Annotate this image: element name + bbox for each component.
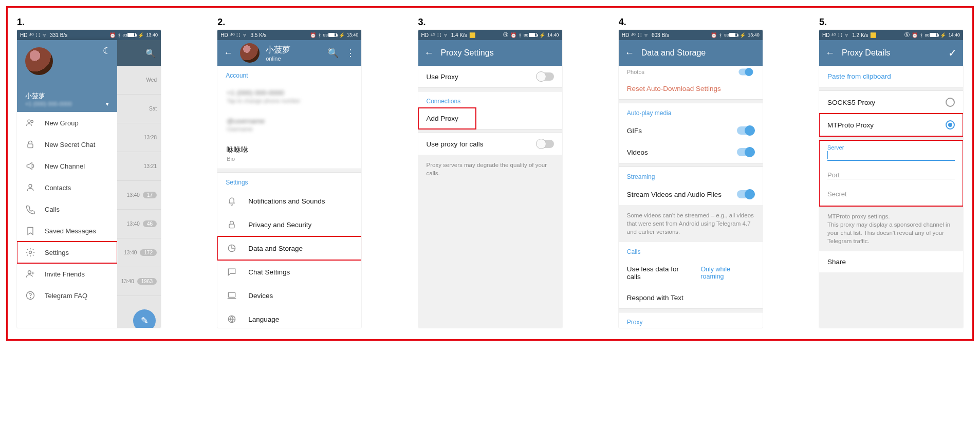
sidebar-item-contacts[interactable]: Contacts [17, 177, 117, 198]
status-bar: HD ⁴ᴳ ᎒᎒ ᯤ 3.5 K/s ⏰ ᚼ 83 ⚡ 13:40 [217, 30, 361, 40]
server-field[interactable]: Server [819, 141, 963, 166]
sidebar-item-new-channel[interactable]: New Channel [17, 155, 117, 177]
share-row[interactable]: Share [819, 251, 963, 272]
confirm-check-icon[interactable]: ✓ [948, 47, 957, 59]
gear-icon [25, 247, 35, 257]
chat-time: 13:40 [124, 250, 137, 255]
compose-fab[interactable]: ✎ [133, 309, 156, 328]
toggle-on[interactable] [738, 69, 752, 76]
stream-row[interactable]: Stream Videos and Audio Files [619, 183, 763, 205]
option-label: MTProto Proxy [827, 121, 874, 129]
bookmark-icon [25, 226, 35, 236]
radio-off[interactable] [946, 98, 955, 107]
less-data-row[interactable]: Use less data for calls Only while roami… [619, 258, 763, 287]
battery-icon: 83 [724, 33, 737, 38]
avatar[interactable] [25, 47, 53, 75]
sidebar-item-new-secret[interactable]: New Secret Chat [17, 134, 117, 155]
sidebar-item-label: New Secret Chat [45, 141, 95, 149]
svg-rect-2 [28, 144, 33, 148]
alarm-icon: ⏰ [109, 32, 116, 38]
tutorial-border: 1. HD ⁴ᴳ ᎒᎒ ᯤ 331 B/s ⏰ ᚼ 83 ⚡ 13:40 [6, 6, 974, 341]
add-proxy-row[interactable]: Add Proxy [418, 108, 476, 129]
sidebar-item-label: Saved Messages [45, 227, 96, 235]
chat-time: 13:40 [121, 279, 134, 284]
battery-icon: 83 [323, 33, 337, 38]
divider [619, 308, 763, 312]
back-icon[interactable]: ← [424, 48, 434, 59]
bluetooth-icon: ᚼ [719, 32, 722, 38]
toggle-on[interactable] [737, 126, 754, 135]
settings-language[interactable]: Language [217, 307, 361, 328]
sidebar-item-saved[interactable]: Saved Messages [17, 220, 117, 242]
settings-notifications[interactable]: Notifications and Sounds [217, 189, 361, 213]
sidebar-item-label: Telegram FAQ [45, 292, 87, 300]
group-icon [25, 118, 35, 128]
settings-privacy[interactable]: Privacy and Security [217, 213, 361, 236]
alarm-icon: ⏰ [912, 32, 918, 38]
mtproto-option[interactable]: MTProto Proxy [819, 114, 963, 136]
person-icon [25, 182, 35, 193]
proxy-calls-row[interactable]: Use proxy for calls [418, 133, 562, 155]
use-proxy-row[interactable]: Use Proxy [418, 66, 562, 87]
app-icon: 🟨 [469, 32, 475, 38]
bell-icon [227, 196, 237, 206]
reset-auto-download[interactable]: Reset Auto-Download Settings [619, 78, 763, 99]
clock: 13:40 [748, 32, 760, 38]
settings-item-label: Privacy and Security [248, 221, 311, 229]
sidebar-item-invite[interactable]: Invite Friends [17, 263, 117, 285]
avatar[interactable] [240, 43, 260, 63]
search-icon[interactable]: 🔍 [327, 47, 339, 59]
toggle-on[interactable] [737, 190, 754, 198]
port-field[interactable]: Port [819, 166, 963, 184]
settings-appbar: ← 小菠萝 online 🔍 ⋮ [217, 40, 361, 66]
gifs-row[interactable]: GIFs [619, 120, 763, 141]
wifi-icon: ᯤ [644, 32, 650, 38]
secret-field[interactable]: Secret [819, 184, 963, 203]
settings-data-storage[interactable]: Data and Storage [217, 236, 361, 260]
photos-row[interactable]: Photos [619, 66, 763, 78]
account-username[interactable]: @usernameUsername [217, 110, 361, 139]
bluetooth-icon: ᚼ [118, 32, 121, 38]
phone-3: HD ⁴ᴳ ᎒᎒ ᯤ 1.4 K/s 🟨 Ⓝ ⏰ ᚼ 80 ⚡ 14:40 ← … [418, 30, 562, 328]
signal-icon: ⁴ᴳ ᎒᎒ [230, 32, 242, 38]
respond-text-row[interactable]: Respond with Text [619, 287, 763, 308]
account-phone[interactable]: +1 (000) 000-0000Tap to change phone num… [217, 82, 361, 110]
toggle-off[interactable] [537, 140, 554, 148]
back-icon[interactable]: ← [625, 48, 634, 59]
back-icon[interactable]: ← [825, 48, 835, 59]
videos-row[interactable]: Videos [619, 141, 763, 163]
toggle-off[interactable] [537, 72, 554, 81]
settings-devices[interactable]: Devices [217, 284, 361, 307]
clock: 14:40 [948, 32, 960, 38]
search-icon[interactable]: 🔍 [145, 48, 156, 58]
back-icon[interactable]: ← [224, 48, 233, 59]
drawer-header: ☾ 小菠萝 +1 (000) 000-0000 ▼ [17, 40, 117, 112]
step-2: 2. HD ⁴ᴳ ᎒᎒ ᯤ 3.5 K/s ⏰ ᚼ 83 ⚡ 13:40 ← [217, 17, 361, 328]
menu-dots-icon[interactable]: ⋮ [346, 47, 355, 59]
sidebar-item-settings[interactable]: Settings [17, 242, 117, 263]
phone-2: HD ⁴ᴳ ᎒᎒ ᯤ 3.5 K/s ⏰ ᚼ 83 ⚡ 13:40 ← [217, 30, 361, 328]
page-title: Data and Storage [641, 48, 706, 58]
calls-header: Calls [619, 242, 763, 258]
svg-rect-10 [229, 292, 235, 297]
netspeed: 1.2 K/s [852, 32, 868, 38]
radio-on[interactable] [946, 120, 955, 130]
sidebar-item-new-group[interactable]: New Group [17, 112, 117, 134]
expand-accounts-icon[interactable]: ▼ [105, 101, 110, 107]
status-bar: HD ⁴ᴳ ᎒᎒ ᯤ 603 B/s ⏰ ᚼ 83 ⚡ 13:40 [619, 30, 763, 40]
svg-point-4 [29, 251, 32, 254]
setting-label: GIFs [627, 127, 642, 135]
settings-chat[interactable]: Chat Settings [217, 260, 361, 284]
svg-point-0 [28, 120, 30, 122]
account-bio[interactable]: 咻咻咻Bio [217, 139, 361, 169]
night-mode-icon[interactable]: ☾ [103, 45, 111, 57]
bluetooth-icon: ᚼ [519, 32, 522, 38]
paste-from-clipboard[interactable]: Paste from clipboard [819, 66, 963, 87]
sidebar-item-faq[interactable]: Telegram FAQ [17, 285, 117, 306]
sidebar-item-calls[interactable]: Calls [17, 198, 117, 220]
socks5-option[interactable]: SOCKS5 Proxy [819, 91, 963, 114]
phone-5: HD ⁴ᴳ ᎒᎒ ᯤ 1.2 K/s 🟨 Ⓝ ⏰ ᚼ 80 ⚡ 14:40 ← … [819, 30, 963, 328]
toggle-on[interactable] [737, 148, 754, 156]
text-cursor [827, 151, 828, 159]
divider [217, 169, 361, 173]
